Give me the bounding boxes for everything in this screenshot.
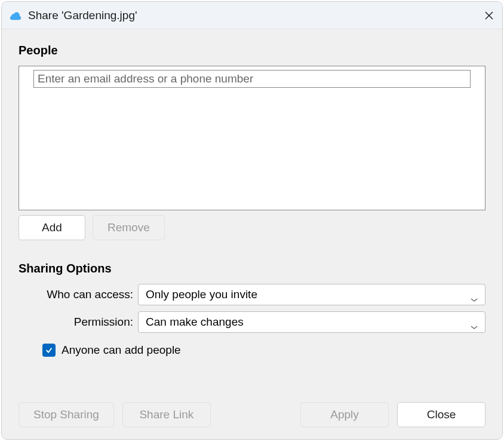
apply-button[interactable]: Apply xyxy=(300,402,389,427)
dialog-footer: Stop Sharing Share Link Apply Close xyxy=(19,389,485,427)
permission-select[interactable]: Can make changes xyxy=(138,311,485,333)
footer-spacer xyxy=(219,402,292,427)
permission-value: Can make changes xyxy=(146,316,244,329)
people-heading: People xyxy=(19,44,485,57)
who-can-access-value: Only people you invite xyxy=(146,288,257,301)
dialog-content: People Add Remove Sharing Options Who ca… xyxy=(2,29,502,439)
close-icon[interactable] xyxy=(483,10,495,22)
add-button[interactable]: Add xyxy=(19,215,85,240)
who-can-access-label: Who can access: xyxy=(19,288,138,301)
permission-label: Permission: xyxy=(19,316,138,329)
sharing-options-heading: Sharing Options xyxy=(19,262,485,275)
chevron-down-icon xyxy=(471,320,478,324)
stop-sharing-button[interactable]: Stop Sharing xyxy=(19,402,114,427)
anyone-can-add-row: Anyone can add people xyxy=(42,344,485,357)
share-link-button[interactable]: Share Link xyxy=(122,402,211,427)
permission-row: Permission: Can make changes xyxy=(19,311,485,333)
titlebar: Share 'Gardening.jpg' xyxy=(2,2,502,29)
who-can-access-row: Who can access: Only people you invite xyxy=(19,284,485,305)
anyone-can-add-checkbox[interactable] xyxy=(42,344,56,357)
remove-button[interactable]: Remove xyxy=(93,215,165,240)
who-can-access-select[interactable]: Only people you invite xyxy=(138,284,485,305)
close-button[interactable]: Close xyxy=(397,402,485,427)
anyone-can-add-label: Anyone can add people xyxy=(62,344,181,357)
people-button-row: Add Remove xyxy=(19,215,485,240)
people-list[interactable] xyxy=(19,66,485,210)
chevron-down-icon xyxy=(471,292,478,297)
dialog-title: Share 'Gardening.jpg' xyxy=(28,9,483,22)
email-input[interactable] xyxy=(33,70,471,88)
share-dialog: Share 'Gardening.jpg' People Add Remove … xyxy=(1,1,503,440)
icloud-icon xyxy=(9,11,22,20)
sharing-options: Sharing Options Who can access: Only peo… xyxy=(19,262,485,357)
